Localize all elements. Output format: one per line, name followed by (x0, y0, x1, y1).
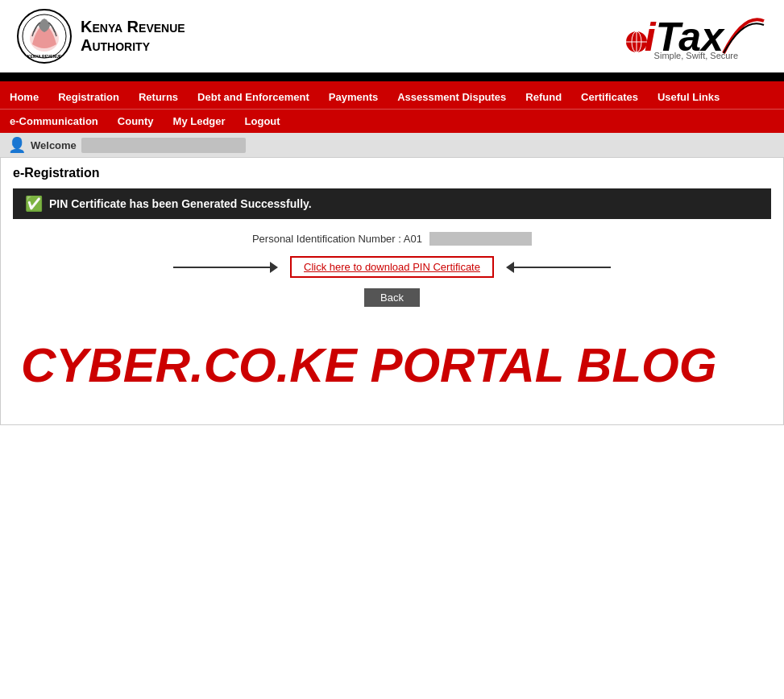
watermark-text: CYBER.CO.KE PORTAL BLOG (13, 315, 771, 416)
arrow-line-right (514, 267, 611, 268)
welcome-bar: 👤 Welcome (0, 133, 784, 157)
kra-logo-area: KENYA REVENUE Kenya Revenue Authority (16, 8, 185, 64)
nav-home[interactable]: Home (0, 85, 48, 109)
nav-row-1: Home Registration Returns Debt and Enfor… (0, 85, 784, 109)
nav-payments[interactable]: Payments (319, 85, 388, 109)
nav-ecommunication[interactable]: e-Communication (0, 110, 108, 133)
page-title: e-Registration (13, 166, 771, 180)
nav-registration[interactable]: Registration (48, 85, 129, 109)
itax-logo-area: iTax Simple, Swift, Secure (624, 13, 768, 60)
right-arrow-indicator (506, 262, 611, 273)
svg-text:KENYA REVENUE: KENYA REVENUE (27, 54, 62, 59)
left-arrow-indicator (173, 262, 278, 273)
arrow-line-left (173, 267, 270, 268)
itax-globe-icon (624, 30, 649, 54)
success-message-text: PIN Certificate has been Generated Succe… (49, 197, 312, 210)
pin-value (429, 232, 532, 246)
itax-swoosh-icon (720, 13, 768, 57)
nav-returns[interactable]: Returns (129, 85, 188, 109)
welcome-username (81, 138, 246, 153)
success-message-bar: ✅ PIN Certificate has been Generated Suc… (13, 188, 771, 219)
pin-label: Personal Identification Number : A01 (252, 233, 422, 245)
success-checkmark-icon: ✅ (25, 195, 43, 213)
nav-county[interactable]: County (108, 110, 164, 133)
download-pin-certificate-button[interactable]: Click here to download PIN Certificate (290, 256, 494, 278)
nav-row-2: e-Communication County My Ledger Logout (0, 109, 784, 133)
kra-logo-icon: KENYA REVENUE (16, 8, 73, 64)
nav-debt[interactable]: Debt and Enforcement (188, 85, 319, 109)
download-section: Click here to download PIN Certificate (13, 250, 771, 284)
nav-my-ledger[interactable]: My Ledger (164, 110, 235, 133)
pin-section: Personal Identification Number : A01 (13, 219, 771, 250)
back-button[interactable]: Back (364, 288, 420, 307)
nav-assessment[interactable]: Assessment Disputes (388, 85, 516, 109)
kra-name: Kenya Revenue Authority (81, 18, 185, 55)
header-divider-black (0, 75, 784, 81)
arrow-head-left-icon (506, 262, 514, 273)
nav-certificates[interactable]: Certificates (571, 85, 648, 109)
itax-tax-text: Tax (656, 14, 724, 60)
nav-refund[interactable]: Refund (516, 85, 571, 109)
user-avatar-icon: 👤 (8, 136, 26, 154)
welcome-label: Welcome (31, 139, 77, 151)
nav-logout[interactable]: Logout (235, 110, 290, 133)
header: KENYA REVENUE Kenya Revenue Authority iT… (0, 0, 784, 75)
arrow-head-right-icon (270, 262, 278, 273)
main-content: e-Registration ✅ PIN Certificate has bee… (0, 157, 784, 425)
back-section: Back (13, 284, 771, 315)
nav-useful-links[interactable]: Useful Links (648, 85, 729, 109)
